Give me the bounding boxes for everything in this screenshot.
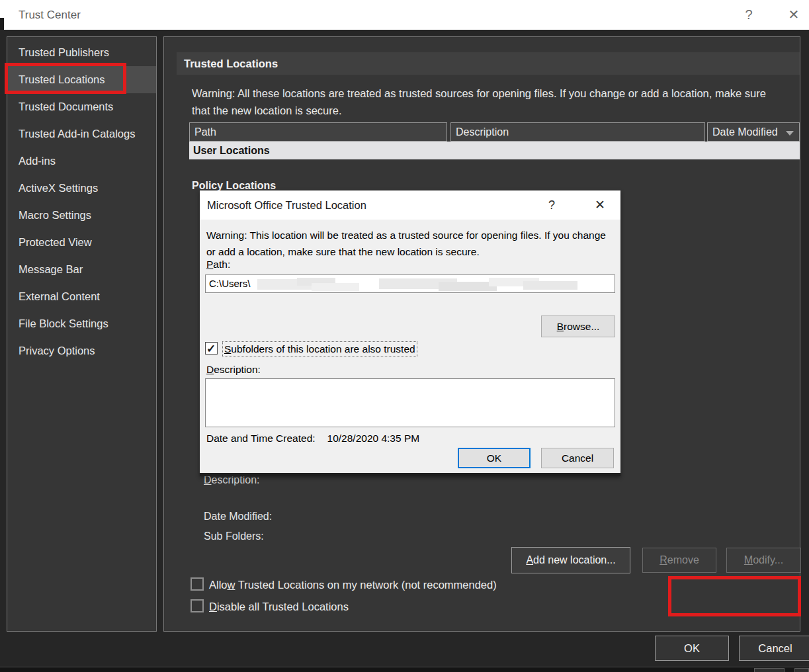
sidebar-item-external-content[interactable]: External Content — [7, 283, 156, 310]
dialog-warning-text: Warning: This location will be treated a… — [206, 227, 613, 260]
sidebar-item-trusted-add-in-catalogs[interactable]: Trusted Add-in Catalogs — [7, 120, 156, 147]
background-artifact — [794, 668, 809, 672]
subfolders-label[interactable]: Subfolders of this location are also tru… — [222, 341, 417, 357]
dialog-close-icon[interactable]: ✕ — [587, 190, 613, 220]
add-new-location-button[interactable]: Add new location... — [511, 547, 630, 573]
dialog-titlebar: Microsoft Office Trusted Location ? ✕ — [200, 190, 620, 220]
sidebar-item-message-bar[interactable]: Message Bar — [7, 256, 156, 283]
dialog-path-label: Path: — [206, 259, 230, 271]
date-created-value: 10/28/2020 4:35 PM — [327, 433, 420, 444]
sidebar: Trusted PublishersTrusted LocationsTrust… — [7, 36, 157, 632]
sidebar-item-activex-settings[interactable]: ActiveX Settings — [7, 175, 156, 202]
date-modified-detail-label: Date Modified: — [204, 511, 272, 523]
remove-button: Remove — [642, 548, 716, 573]
date-created-row: Date and Time Created: 10/28/2020 4:35 P… — [206, 433, 419, 444]
sidebar-item-trusted-publishers[interactable]: Trusted Publishers — [7, 39, 156, 66]
sidebar-item-add-ins[interactable]: Add-ins — [7, 147, 156, 175]
redacted-text — [312, 283, 359, 291]
background-artifact — [754, 668, 785, 672]
sidebar-item-macro-settings[interactable]: Macro Settings — [7, 202, 156, 229]
close-icon[interactable]: ✕ — [779, 0, 808, 30]
warning-text: Warning: All these locations are treated… — [192, 85, 787, 119]
redacted-text — [439, 282, 497, 291]
sub-folders-detail-label: Sub Folders: — [204, 530, 264, 542]
cancel-button[interactable]: Cancel — [739, 636, 809, 661]
column-header-path[interactable]: Path — [189, 122, 447, 142]
modify-button: Modify... — [726, 548, 801, 573]
dialog-description-label: Description: — [206, 364, 261, 376]
sidebar-item-list: Trusted PublishersTrusted LocationsTrust… — [7, 39, 156, 364]
ok-button[interactable]: OK — [655, 636, 729, 661]
column-header-label: Date Modified — [712, 126, 778, 138]
dialog-cancel-button[interactable]: Cancel — [541, 448, 614, 468]
sidebar-item-trusted-locations[interactable]: Trusted Locations — [7, 66, 156, 93]
page-title: Trusted Locations — [177, 52, 800, 75]
dialog-help-icon[interactable]: ? — [538, 190, 565, 220]
titlebar: Trust Center ? ✕ — [0, 0, 809, 30]
dialog-body: Warning: This location will be treated a… — [200, 220, 620, 473]
background-artifact — [0, 18, 4, 30]
column-header-date-modified[interactable]: Date Modified — [707, 122, 800, 142]
dialog-ok-button[interactable]: OK — [458, 448, 531, 468]
sort-descending-icon — [786, 131, 794, 136]
browse-button[interactable]: Browse... — [541, 315, 615, 337]
sidebar-item-file-block-settings[interactable]: File Block Settings — [7, 310, 156, 337]
description-input[interactable] — [205, 378, 615, 427]
sidebar-item-trusted-documents[interactable]: Trusted Documents — [7, 93, 156, 120]
path-value: C:\Users\ — [209, 278, 251, 289]
sidebar-item-protected-view[interactable]: Protected View — [7, 229, 156, 256]
redacted-text — [523, 281, 577, 290]
disable-all-label[interactable]: Disable all Trusted Locations — [209, 599, 349, 614]
help-icon[interactable]: ? — [734, 0, 763, 30]
dialog-title: Microsoft Office Trusted Location — [207, 190, 366, 220]
column-header-description[interactable]: Description — [450, 122, 705, 142]
background-window-edge — [0, 667, 809, 672]
allow-network-checkbox[interactable] — [191, 577, 204, 591]
path-input[interactable]: C:\Users\ — [205, 274, 615, 293]
allow-network-label[interactable]: Allow Trusted Locations on my network (n… — [209, 577, 497, 592]
annotation-highlight-add-new-location — [668, 576, 801, 616]
date-created-label: Date and Time Created: — [206, 433, 316, 444]
disable-all-checkbox[interactable] — [191, 599, 204, 612]
sidebar-item-privacy-options[interactable]: Privacy Options — [7, 337, 156, 364]
trusted-location-dialog: Microsoft Office Trusted Location ? ✕ Wa… — [200, 190, 620, 476]
table-group-user-locations: User Locations — [189, 142, 800, 159]
subfolders-checkbox[interactable] — [205, 342, 218, 355]
window-title: Trust Center — [19, 0, 81, 30]
